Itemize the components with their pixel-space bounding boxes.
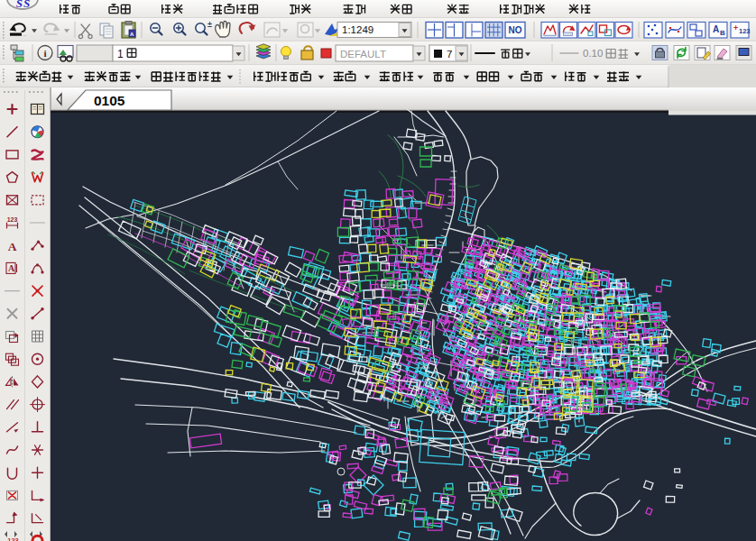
svg-text:+: + [733,23,738,32]
svg-text:123: 123 [739,27,751,35]
svg-text:i: i [43,48,46,59]
svg-text:NO: NO [509,25,522,35]
svg-text:±: ± [207,20,212,29]
svg-text:DEFAULT: DEFAULT [340,49,386,60]
svg-text:0.10: 0.10 [583,48,603,59]
svg-text:A: A [713,24,719,34]
svg-text:0105: 0105 [94,93,125,108]
svg-text:A: A [8,240,17,253]
svg-text:A: A [8,263,15,273]
svg-text:B: B [720,29,725,37]
svg-text:...: ... [23,32,26,37]
svg-text:.123: .123 [5,536,19,541]
svg-text:1:1249: 1:1249 [342,24,373,35]
svg-text:1: 1 [117,48,124,60]
svg-text:A: A [130,32,134,37]
svg-text:7: 7 [447,49,452,60]
svg-text:123: 123 [7,216,18,223]
svg-text:SS: SS [16,0,31,10]
